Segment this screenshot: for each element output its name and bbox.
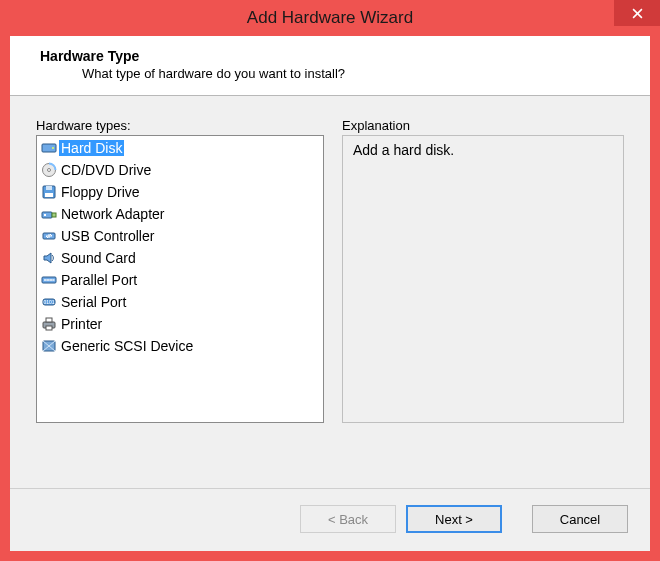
- svg-rect-8: [52, 213, 56, 217]
- list-item[interactable]: Sound Card: [38, 247, 322, 269]
- window-title: Add Hardware Wizard: [247, 8, 413, 28]
- list-item[interactable]: Parallel Port: [38, 269, 322, 291]
- titlebar[interactable]: Add Hardware Wizard: [0, 0, 660, 36]
- list-item[interactable]: 0101Serial Port: [38, 291, 322, 313]
- list-item-label: Network Adapter: [59, 206, 167, 222]
- list-item[interactable]: Printer: [38, 313, 322, 335]
- wizard-window: Add Hardware Wizard Hardware Type What t…: [0, 0, 660, 561]
- page-subtitle: What type of hardware do you want to ins…: [82, 66, 630, 81]
- content-area: Hardware types: Hard DiskCD/DVD DriveFlo…: [10, 96, 650, 488]
- hardware-types-column: Hardware types: Hard DiskCD/DVD DriveFlo…: [36, 118, 324, 478]
- svg-point-3: [48, 169, 51, 172]
- page-title: Hardware Type: [40, 48, 630, 64]
- explanation-text: Add a hard disk.: [353, 142, 613, 158]
- floppy-icon: [40, 183, 58, 201]
- list-item[interactable]: Generic SCSI Device: [38, 335, 322, 357]
- svg-point-13: [47, 279, 48, 280]
- svg-rect-9: [44, 214, 46, 216]
- svg-text:0101: 0101: [43, 299, 54, 305]
- svg-point-15: [53, 279, 54, 280]
- explanation-label: Explanation: [342, 118, 624, 133]
- client-area: Hardware Type What type of hardware do y…: [10, 36, 650, 551]
- scsi-icon: [40, 337, 58, 355]
- list-item[interactable]: CD/DVD Drive: [38, 159, 322, 181]
- list-item-label: Floppy Drive: [59, 184, 142, 200]
- svg-rect-6: [45, 193, 53, 197]
- svg-rect-19: [46, 318, 52, 322]
- parallel-icon: [40, 271, 58, 289]
- wizard-header: Hardware Type What type of hardware do y…: [10, 36, 650, 96]
- hardware-types-listbox[interactable]: Hard DiskCD/DVD DriveFloppy DriveNetwork…: [36, 135, 324, 423]
- explanation-column: Explanation Add a hard disk.: [342, 118, 624, 478]
- close-icon: [632, 8, 643, 19]
- list-item-label: Hard Disk: [59, 140, 124, 156]
- close-button[interactable]: [614, 0, 660, 26]
- svg-rect-7: [42, 212, 52, 218]
- cancel-button[interactable]: Cancel: [532, 505, 628, 533]
- svg-rect-5: [46, 186, 52, 190]
- list-item[interactable]: Network Adapter: [38, 203, 322, 225]
- list-item-label: Serial Port: [59, 294, 128, 310]
- svg-point-1: [52, 147, 54, 149]
- harddisk-icon: [40, 139, 58, 157]
- network-icon: [40, 205, 58, 223]
- explanation-box: Add a hard disk.: [342, 135, 624, 423]
- back-button[interactable]: < Back: [300, 505, 396, 533]
- cd-icon: [40, 161, 58, 179]
- list-item-label: USB Controller: [59, 228, 156, 244]
- list-item-label: Sound Card: [59, 250, 138, 266]
- list-item-label: Parallel Port: [59, 272, 139, 288]
- svg-point-12: [44, 279, 45, 280]
- list-item-label: CD/DVD Drive: [59, 162, 153, 178]
- next-button[interactable]: Next >: [406, 505, 502, 533]
- printer-icon: [40, 315, 58, 333]
- usb-icon: [40, 227, 58, 245]
- svg-point-14: [50, 279, 51, 280]
- list-item-label: Generic SCSI Device: [59, 338, 195, 354]
- hardware-types-label: Hardware types:: [36, 118, 324, 133]
- wizard-footer: < Back Next > Cancel: [10, 488, 650, 551]
- sound-icon: [40, 249, 58, 267]
- list-item[interactable]: USB Controller: [38, 225, 322, 247]
- list-item[interactable]: Floppy Drive: [38, 181, 322, 203]
- list-item-label: Printer: [59, 316, 104, 332]
- list-item[interactable]: Hard Disk: [38, 137, 322, 159]
- svg-rect-20: [46, 326, 52, 330]
- serial-icon: 0101: [40, 293, 58, 311]
